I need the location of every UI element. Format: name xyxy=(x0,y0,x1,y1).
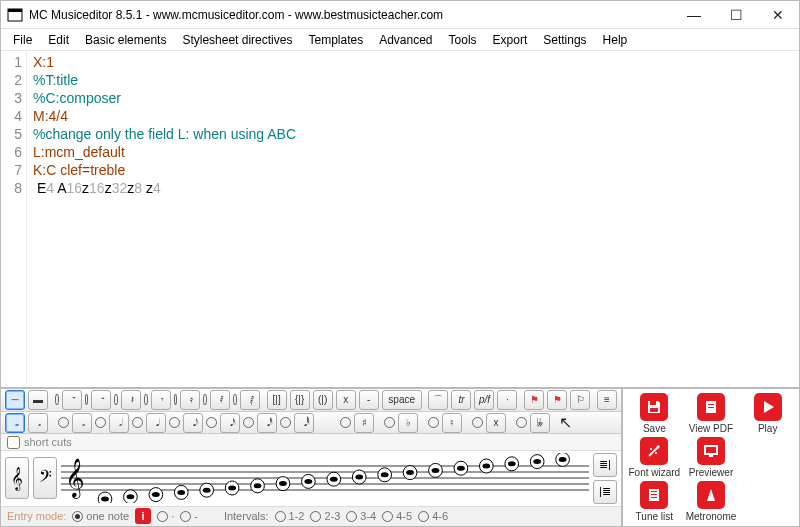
svg-point-15 xyxy=(177,490,185,495)
note-button[interactable]: 𝅘𝅥𝅯 xyxy=(220,413,240,433)
space-button[interactable]: space xyxy=(382,390,422,410)
rest-button[interactable]: 𝄻 xyxy=(62,390,82,410)
natural-button[interactable]: ♮ xyxy=(442,413,462,433)
dynamic-button[interactable]: · xyxy=(497,390,517,410)
menu-help[interactable]: Help xyxy=(595,31,636,49)
flag-button[interactable]: ⚐ xyxy=(570,390,590,410)
minimize-button[interactable]: — xyxy=(673,1,715,28)
note-button[interactable]: 𝅗𝅥 xyxy=(109,413,129,433)
radio-icon xyxy=(384,417,395,428)
close-button[interactable]: ✕ xyxy=(757,1,799,28)
rest-button[interactable]: 𝄽 xyxy=(121,390,141,410)
svg-rect-47 xyxy=(650,408,658,412)
note-button[interactable]: 𝅘𝅥𝅰 xyxy=(257,413,277,433)
doubleflat-button[interactable]: 𝄫 xyxy=(530,413,550,433)
menu-advanced[interactable]: Advanced xyxy=(371,31,440,49)
menu-file[interactable]: File xyxy=(5,31,40,49)
svg-point-37 xyxy=(457,466,465,471)
svg-point-27 xyxy=(330,477,338,482)
staff[interactable]: 𝄞 xyxy=(61,453,589,503)
svg-point-11 xyxy=(127,495,135,500)
misc-button[interactable]: ≡ xyxy=(597,390,617,410)
interval-option[interactable]: 4-5 xyxy=(382,510,412,522)
code-area[interactable]: X:1%T:title%C:composerM:4/4%change only … xyxy=(27,51,799,387)
bar-button[interactable]: (|) xyxy=(313,390,333,410)
flat-button[interactable]: ♭ xyxy=(398,413,418,433)
radio-icon xyxy=(55,394,59,405)
entry-dash[interactable]: - xyxy=(180,510,198,522)
menu-export[interactable]: Export xyxy=(485,31,536,49)
wand-icon xyxy=(640,437,668,465)
interval-option[interactable]: 3-4 xyxy=(346,510,376,522)
entry-dot[interactable]: · xyxy=(157,510,174,522)
rest-button[interactable]: 𝅀 xyxy=(210,390,230,410)
note-button[interactable]: 𝅝 xyxy=(5,413,25,433)
shortcuts-checkbox[interactable] xyxy=(7,436,20,449)
radio-icon xyxy=(206,417,217,428)
doublesharp-button[interactable]: x xyxy=(486,413,506,433)
note-button[interactable]: 𝅗 xyxy=(28,413,48,433)
menu-tools[interactable]: Tools xyxy=(441,31,485,49)
bar-button[interactable]: [|] xyxy=(267,390,287,410)
svg-point-13 xyxy=(152,493,160,498)
menu-stylesheet-directives[interactable]: Stylesheet directives xyxy=(174,31,300,49)
menu-settings[interactable]: Settings xyxy=(535,31,594,49)
rest-button[interactable]: 𝅁 xyxy=(240,390,260,410)
flag-button[interactable]: ⚑ xyxy=(524,390,544,410)
svg-point-29 xyxy=(355,475,363,480)
menu-edit[interactable]: Edit xyxy=(40,31,77,49)
bar-button[interactable]: {|} xyxy=(290,390,310,410)
rest-button[interactable]: ▬ xyxy=(28,390,48,410)
svg-rect-55 xyxy=(709,455,713,457)
menu-templates[interactable]: Templates xyxy=(300,31,371,49)
tune-list-button[interactable]: Tune list xyxy=(627,480,682,522)
staff-layout-button[interactable]: |≣ xyxy=(593,480,617,504)
radio-icon xyxy=(516,417,527,428)
font-wizard-button[interactable]: Font wizard xyxy=(627,437,682,479)
svg-point-51 xyxy=(657,445,660,448)
info-icon[interactable]: i xyxy=(135,508,151,524)
interval-option[interactable]: 2-3 xyxy=(310,510,340,522)
left-panel: ─ ▬ 𝄻 𝄼 𝄽 𝄾 𝄿 𝅀 𝅁 [|] {|} (|) x - space … xyxy=(1,389,623,526)
note-button[interactable]: 𝅘𝅥𝅮 xyxy=(183,413,203,433)
flag-button[interactable]: ⚑ xyxy=(547,390,567,410)
note-button[interactable]: 𝅘𝅥𝅱 xyxy=(294,413,314,433)
svg-rect-50 xyxy=(708,407,714,408)
bar-button[interactable]: - xyxy=(359,390,379,410)
action-panel: Save View PDF Play Font wizard Previewer… xyxy=(623,389,799,526)
shortcuts-label: short cuts xyxy=(24,436,72,448)
metronome-button[interactable]: Metronome xyxy=(684,480,739,522)
entry-one-note[interactable]: one note xyxy=(72,510,129,522)
rest-button[interactable]: 𝄾 xyxy=(151,390,171,410)
svg-point-23 xyxy=(279,482,287,487)
interval-option[interactable]: 4-6 xyxy=(418,510,448,522)
svg-rect-1 xyxy=(8,9,22,12)
interval-option[interactable]: 1-2 xyxy=(275,510,305,522)
bar-button[interactable]: x xyxy=(336,390,356,410)
radio-icon xyxy=(132,417,143,428)
view-pdf-button[interactable]: View PDF xyxy=(684,393,739,435)
treble-clef-button[interactable]: 𝄞 xyxy=(5,457,29,499)
dynamic-button[interactable]: tr xyxy=(451,390,471,410)
window-controls: — ☐ ✕ xyxy=(673,1,799,28)
previewer-button[interactable]: Previewer xyxy=(684,437,739,479)
code-editor[interactable]: 12345678 X:1%T:title%C:composerM:4/4%cha… xyxy=(1,51,799,387)
note-button[interactable]: 𝅘𝅥 xyxy=(146,413,166,433)
note-button[interactable]: 𝅗 xyxy=(72,413,92,433)
staff-layout-button[interactable]: ≣| xyxy=(593,453,617,477)
menu-basic-elements[interactable]: Basic elements xyxy=(77,31,174,49)
play-button[interactable]: Play xyxy=(740,393,795,435)
rest-button[interactable]: 𝄿 xyxy=(180,390,200,410)
cursor-icon: ↖ xyxy=(559,413,572,432)
dynamic-button[interactable]: ⌒ xyxy=(428,390,448,410)
rest-button[interactable]: ─ xyxy=(5,390,25,410)
rest-button[interactable]: 𝄼 xyxy=(91,390,111,410)
dynamic-button[interactable]: p/f xyxy=(474,390,494,410)
maximize-button[interactable]: ☐ xyxy=(715,1,757,28)
radio-icon xyxy=(85,394,89,405)
app-icon xyxy=(7,7,23,23)
sharp-button[interactable]: ♯ xyxy=(354,413,374,433)
svg-point-45 xyxy=(559,457,567,462)
save-button[interactable]: Save xyxy=(627,393,682,435)
bass-clef-button[interactable]: 𝄢 xyxy=(33,457,57,499)
